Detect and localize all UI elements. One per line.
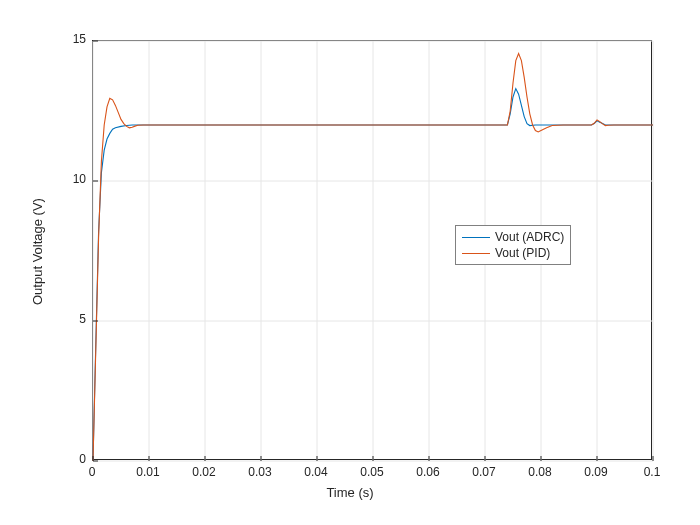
y-tick-label: 10	[46, 172, 86, 186]
x-tick-label: 0	[77, 465, 107, 479]
x-tick-label: 0.04	[301, 465, 331, 479]
legend-item-pid: Vout (PID)	[462, 245, 564, 261]
x-tick-label: 0.08	[525, 465, 555, 479]
legend[interactable]: Vout (ADRC) Vout (PID)	[455, 225, 571, 265]
figure: 00.010.020.030.040.050.060.070.080.090.1…	[0, 0, 700, 525]
x-tick-label: 0.05	[357, 465, 387, 479]
legend-item-adrc: Vout (ADRC)	[462, 229, 564, 245]
legend-swatch-pid	[462, 253, 490, 254]
x-tick-label: 0.09	[581, 465, 611, 479]
legend-swatch-adrc	[462, 237, 490, 238]
x-tick-label: 0.02	[189, 465, 219, 479]
legend-label-adrc: Vout (ADRC)	[495, 230, 564, 244]
x-tick-label: 0.1	[637, 465, 667, 479]
y-tick-label: 15	[46, 32, 86, 46]
x-axis-label: Time (s)	[0, 485, 700, 500]
x-tick-label: 0.07	[469, 465, 499, 479]
y-tick-label: 0	[46, 452, 86, 466]
x-tick-label: 0.03	[245, 465, 275, 479]
y-axis-label: Output Voltage (V)	[30, 198, 45, 305]
x-tick-label: 0.01	[133, 465, 163, 479]
x-tick-label: 0.06	[413, 465, 443, 479]
legend-label-pid: Vout (PID)	[495, 246, 550, 260]
y-tick-label: 5	[46, 312, 86, 326]
